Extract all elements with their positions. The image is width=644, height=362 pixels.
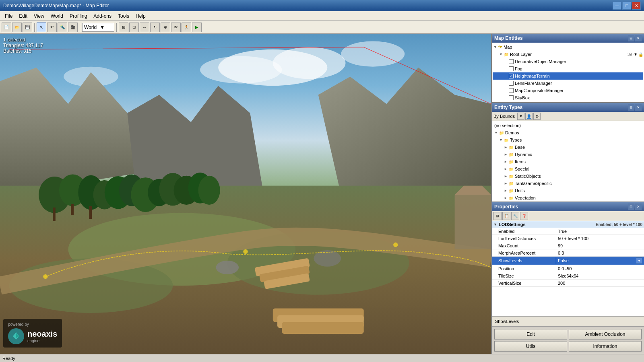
prop-row-maxcount[interactable]: MaxCount 99 (492, 242, 644, 249)
et-special-label: Special (515, 167, 529, 171)
checkbox-heightmap[interactable]: ✓ (509, 74, 514, 78)
prop-value-showlevels: False ▼ (556, 257, 644, 265)
map-entities-pin[interactable]: ⊞ (628, 35, 634, 41)
rotate-button[interactable]: ↻ (150, 23, 160, 32)
redo-button[interactable]: 🔦 (58, 23, 67, 32)
map-entities-close[interactable]: ✕ (635, 35, 642, 41)
et-items[interactable]: ► 📁 Items (493, 158, 643, 165)
window-controls: ─ □ ✕ (613, 2, 641, 10)
open-button[interactable]: 📂 (12, 23, 22, 32)
prop-name-maxcount: MaxCount (492, 243, 556, 249)
filter-btn-1[interactable]: ▼ (517, 113, 524, 120)
props-btn-1[interactable]: ⊞ (493, 212, 502, 220)
et-tankgame[interactable]: ► 📁 TankGameSpecific (493, 180, 643, 187)
prop-row-verticalsize[interactable]: VerticalSize 200 (492, 280, 644, 287)
entity-types-header: Entity Types ⊞ ✕ (492, 103, 644, 112)
snap-button[interactable]: ⊡ (129, 23, 139, 32)
menu-edit[interactable]: Edit (16, 12, 31, 20)
entity-types-tree[interactable]: (no selection) ▼ 📁 Demos ▼ 📁 Types ► 📁 B… (492, 121, 644, 202)
entity-types-pin[interactable]: ⊞ (628, 104, 634, 111)
select-button[interactable]: ↖ (37, 23, 46, 32)
properties-grid[interactable]: ▼ LODSettings Enabled; 50 + level * 100 … (492, 221, 644, 316)
filter-btn-2[interactable]: 👤 (525, 113, 533, 120)
undo-button[interactable]: ↶ (47, 23, 57, 32)
close-button[interactable]: ✕ (632, 2, 641, 10)
prop-value-lodleveldistances: 50 + level * 100 (556, 235, 644, 242)
properties-close[interactable]: ✕ (635, 204, 642, 210)
et-base[interactable]: ► 📁 Base (493, 144, 643, 151)
checkbox-decorative[interactable] (509, 59, 514, 64)
props-btn-4[interactable]: ❓ (520, 212, 528, 220)
play-button[interactable]: ▶ (192, 23, 202, 32)
et-vegetation[interactable]: ► 📁 Vegetation (493, 194, 643, 202)
toolbar-sep-3 (116, 23, 117, 32)
prop-row-showlevels[interactable]: ShowLevels False ▼ (492, 257, 644, 265)
et-special[interactable]: ► 📁 Special (493, 165, 643, 173)
et-base-label: Base (515, 145, 525, 150)
information-button[interactable]: Information (569, 341, 642, 352)
checkbox-mapcompositor[interactable] (509, 88, 514, 93)
et-no-selection[interactable]: (no selection) (493, 122, 643, 129)
et-types[interactable]: ▼ 📁 Types (493, 136, 643, 144)
et-staticobjects[interactable]: ► 📁 StaticObjects (493, 173, 643, 180)
window-title: Demos\VillageDemo\Map\Map.map* - Map Edi… (3, 3, 109, 8)
grid-button[interactable]: ⊞ (119, 23, 128, 32)
showlevels-dropdown-btn[interactable]: ▼ (636, 257, 642, 264)
prop-row-enabled[interactable]: Enabled True (492, 228, 644, 235)
tree-item-decorative[interactable]: DecorativeObjectManager (493, 58, 643, 65)
new-button[interactable]: 📄 (2, 23, 11, 32)
checkbox-skybox[interactable] (509, 95, 514, 100)
menu-view[interactable]: View (31, 12, 47, 20)
tree-item-rootlayer[interactable]: ▼ 📁 Root Layer 39 👁 🔒 (493, 51, 643, 58)
prop-name-showlevels: ShowLevels (492, 257, 556, 264)
entity-type-toolbar: By Bounds ▼ 👤 ⚙ (492, 112, 644, 121)
lock-icon: 🔒 (638, 52, 643, 57)
move-button[interactable]: ↔ (140, 23, 149, 32)
hide-button[interactable]: 👁 (171, 23, 181, 32)
props-btn-3[interactable]: 🔧 (511, 212, 519, 220)
camera-button[interactable]: 🎥 (68, 23, 78, 32)
prop-row-tilesize[interactable]: TileSize Size64x64 (492, 272, 644, 280)
et-units[interactable]: ► 📁 Units (493, 187, 643, 194)
menu-addons[interactable]: Add-ons (90, 12, 115, 20)
tree-item-map[interactable]: ▼ 🗺 Map (493, 43, 643, 51)
tree-item-lensflare[interactable]: LensFlareManager (493, 80, 643, 87)
tree-item-fog[interactable]: Fog (493, 65, 643, 72)
et-base-folder-icon: 📁 (509, 145, 514, 150)
props-btn-2[interactable]: 📋 (502, 212, 510, 220)
expand-rootlayer: ▼ (499, 52, 504, 56)
prop-row-position[interactable]: Position 0 0 -50 (492, 265, 644, 272)
properties-pin[interactable]: ⊞ (628, 204, 634, 210)
checkbox-lensflare[interactable] (509, 81, 514, 86)
entity-tree[interactable]: ▼ 🗺 Map ▼ 📁 Root Layer 39 👁 🔒 (492, 43, 644, 102)
title-bar: Demos\VillageDemo\Map\Map.map* - Map Edi… (0, 0, 644, 11)
et-demos[interactable]: ▼ 📁 Demos (493, 129, 643, 136)
prop-row-morphareapercent[interactable]: MorphAreaPercent 0.3 (492, 249, 644, 257)
tree-item-skybox[interactable]: SkyBox (493, 94, 643, 101)
menu-world[interactable]: World (47, 12, 66, 20)
menu-help[interactable]: Help (132, 12, 149, 20)
filter-btn-3[interactable]: ⚙ (533, 113, 541, 120)
et-dynamic[interactable]: ► 📁 Dynamic (493, 151, 643, 158)
prop-row-lodleveldistances[interactable]: LodLevelDistances 50 + level * 100 (492, 235, 644, 242)
viewport[interactable]: 1 selected Triangles: 437,117 Batches: 3… (0, 34, 491, 354)
tree-item-heightmap[interactable]: ✓ HeightmapTerrain (493, 72, 643, 80)
menu-tools[interactable]: Tools (115, 12, 132, 20)
entity-button[interactable]: 🏃 (182, 23, 191, 32)
utils-button[interactable]: Utils (494, 341, 567, 352)
svg-point-34 (216, 261, 239, 274)
maximize-button[interactable]: □ (622, 2, 631, 10)
svg-rect-37 (455, 195, 491, 249)
minimize-button[interactable]: ─ (613, 2, 621, 10)
edit-button[interactable]: Edit (494, 329, 567, 339)
save-button[interactable]: 💾 (23, 23, 32, 32)
prop-group-lodsettings[interactable]: ▼ LODSettings Enabled; 50 + level * 100 (492, 221, 644, 228)
ambient-occlusion-button[interactable]: Ambient Occlusion (569, 329, 642, 339)
tree-item-mapcompositor[interactable]: MapCompositorManager (493, 87, 643, 94)
checkbox-fog[interactable] (509, 66, 514, 71)
menu-file[interactable]: File (2, 12, 16, 20)
menu-profiling[interactable]: Profiling (66, 12, 90, 20)
entity-types-close[interactable]: ✕ (635, 104, 642, 111)
scale-button[interactable]: ⊕ (161, 23, 170, 32)
world-dropdown[interactable]: World ▼ (82, 23, 114, 32)
